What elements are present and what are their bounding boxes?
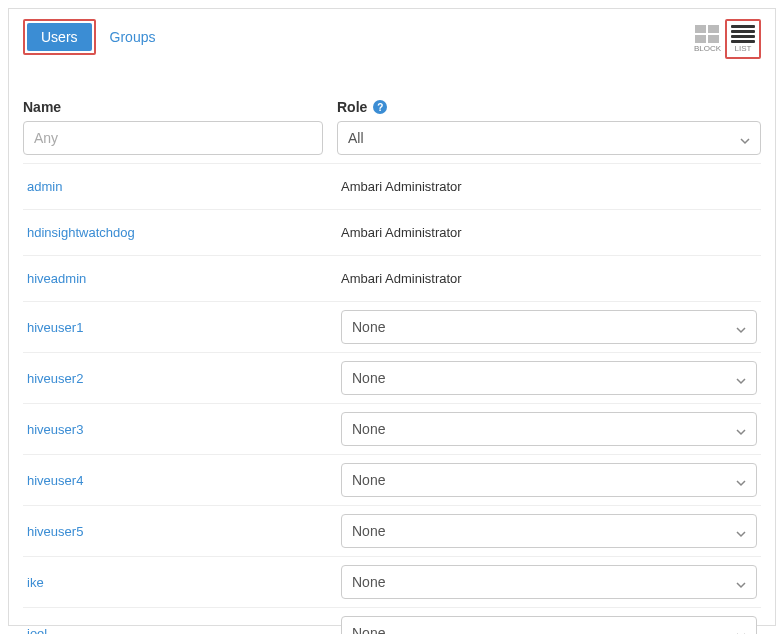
role-select[interactable]: None bbox=[341, 361, 757, 395]
chevron-down-icon bbox=[736, 322, 746, 332]
column-header-role: Role ? bbox=[337, 99, 761, 115]
table-row: ikeNone bbox=[23, 556, 761, 607]
user-link[interactable]: ike bbox=[27, 575, 44, 590]
user-link[interactable]: hiveuser3 bbox=[27, 422, 83, 437]
highlight-users-tab: Users bbox=[23, 19, 96, 55]
role-select[interactable]: None bbox=[341, 514, 757, 548]
user-link[interactable]: joel bbox=[27, 626, 47, 635]
chevron-down-icon bbox=[736, 577, 746, 587]
chevron-down-icon bbox=[736, 424, 746, 434]
role-select-value: None bbox=[352, 370, 385, 386]
table-row: hdinsightwatchdogAmbari Administrator bbox=[23, 209, 761, 255]
role-select[interactable]: None bbox=[341, 565, 757, 599]
role-select-value: None bbox=[352, 421, 385, 437]
tab-groups[interactable]: Groups bbox=[96, 23, 170, 51]
role-select-value: None bbox=[352, 472, 385, 488]
help-icon[interactable]: ? bbox=[373, 100, 387, 114]
tabs: Users Groups bbox=[23, 19, 169, 55]
chevron-down-icon bbox=[736, 628, 746, 634]
view-toggle-block[interactable]: BLOCK bbox=[692, 23, 723, 55]
chevron-down-icon bbox=[736, 526, 746, 536]
role-select[interactable]: None bbox=[341, 412, 757, 446]
table-row: hiveadminAmbari Administrator bbox=[23, 255, 761, 301]
table-row: hiveuser1None bbox=[23, 301, 761, 352]
column-header-role-text: Role bbox=[337, 99, 367, 115]
role-text: Ambari Administrator bbox=[341, 179, 757, 194]
column-header-name: Name bbox=[23, 99, 323, 115]
table-row: hiveuser5None bbox=[23, 505, 761, 556]
role-select[interactable]: None bbox=[341, 463, 757, 497]
role-select-value: None bbox=[352, 319, 385, 335]
user-link[interactable]: hiveuser4 bbox=[27, 473, 83, 488]
role-text: Ambari Administrator bbox=[341, 271, 757, 286]
user-link[interactable]: hiveuser1 bbox=[27, 320, 83, 335]
role-text: Ambari Administrator bbox=[341, 225, 757, 240]
user-link[interactable]: admin bbox=[27, 179, 62, 194]
table-row: hiveuser3None bbox=[23, 403, 761, 454]
user-link[interactable]: hiveadmin bbox=[27, 271, 86, 286]
view-toggle-block-label: BLOCK bbox=[694, 44, 721, 53]
chevron-down-icon bbox=[740, 133, 750, 143]
name-filter-input[interactable] bbox=[23, 121, 323, 155]
role-select[interactable]: None bbox=[341, 310, 757, 344]
role-filter-select[interactable]: All bbox=[337, 121, 761, 155]
tab-users[interactable]: Users bbox=[27, 23, 92, 51]
list-icon bbox=[731, 25, 755, 43]
user-link[interactable]: hiveuser5 bbox=[27, 524, 83, 539]
view-toggle-list[interactable]: LIST bbox=[729, 23, 757, 55]
highlight-list-toggle: LIST bbox=[725, 19, 761, 59]
role-select-value: None bbox=[352, 523, 385, 539]
table-body: adminAmbari Administratorhdinsightwatchd… bbox=[23, 163, 761, 634]
user-link[interactable]: hdinsightwatchdog bbox=[27, 225, 135, 240]
view-toggles: BLOCK LIST bbox=[692, 19, 761, 59]
role-select-value: None bbox=[352, 625, 385, 634]
chevron-down-icon bbox=[736, 373, 746, 383]
role-filter-value: All bbox=[348, 130, 364, 146]
view-toggle-list-label: LIST bbox=[735, 44, 752, 53]
table-row: adminAmbari Administrator bbox=[23, 163, 761, 209]
block-icon bbox=[695, 25, 719, 43]
table-row: joelNone bbox=[23, 607, 761, 634]
table-row: hiveuser2None bbox=[23, 352, 761, 403]
role-select-value: None bbox=[352, 574, 385, 590]
role-select[interactable]: None bbox=[341, 616, 757, 634]
table-row: hiveuser4None bbox=[23, 454, 761, 505]
user-link[interactable]: hiveuser2 bbox=[27, 371, 83, 386]
chevron-down-icon bbox=[736, 475, 746, 485]
